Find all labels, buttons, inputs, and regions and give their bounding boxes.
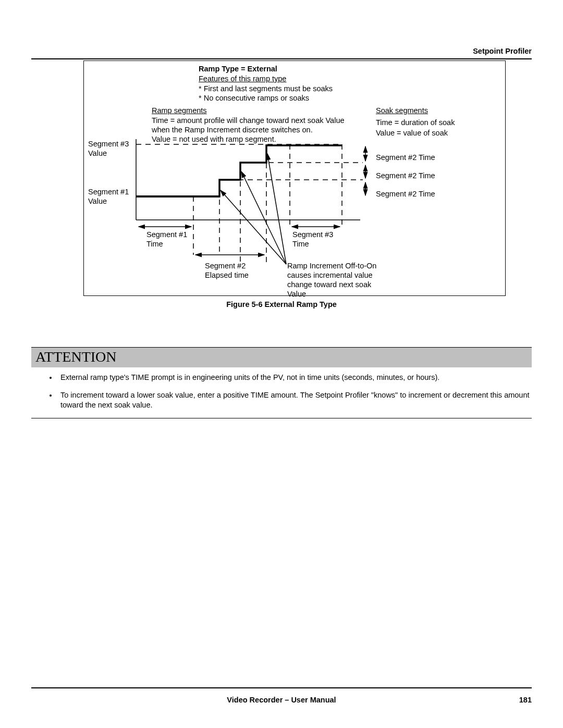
figure-frame: Ramp Type = External Features of this ra…: [83, 60, 506, 296]
figure-caption: Figure 5-6 External Ramp Type: [31, 300, 532, 309]
page-footer: Video Recorder – User Manual 181: [31, 696, 532, 704]
svg-line-18: [221, 190, 286, 264]
footer-rule: [31, 687, 532, 688]
section-heading: Setpoint Profiler: [31, 47, 532, 59]
svg-line-20: [267, 154, 286, 264]
attention-bullet: External ramp type's TIME prompt is in e…: [57, 373, 532, 383]
ramp-diagram: [84, 61, 511, 295]
attention-title: ATTENTION: [31, 348, 532, 367]
attention-block: ATTENTION External ramp type's TIME prom…: [31, 347, 532, 418]
footer-title: Video Recorder – User Manual: [31, 696, 532, 704]
attention-bullet: To increment toward a lower soak value, …: [57, 390, 532, 411]
svg-line-19: [241, 171, 286, 264]
